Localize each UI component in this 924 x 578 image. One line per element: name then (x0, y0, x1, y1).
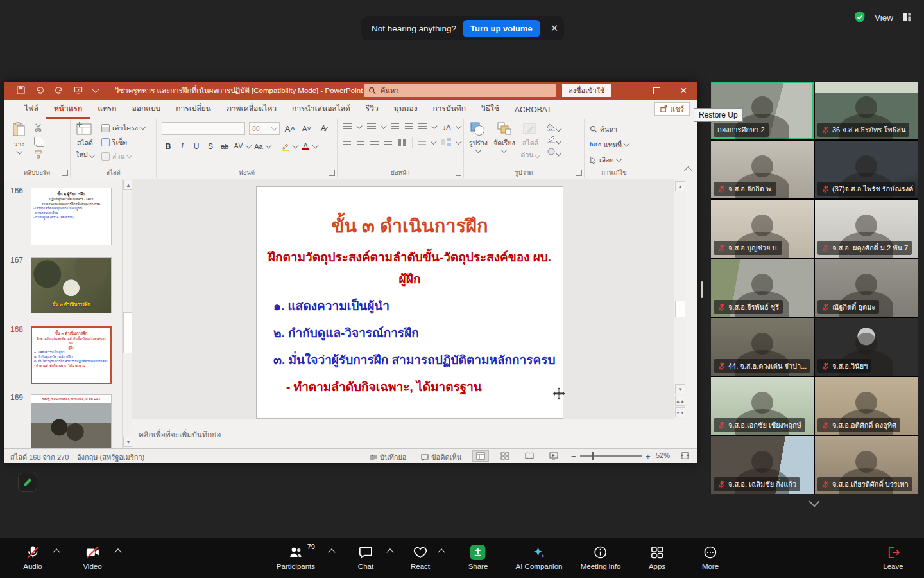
decrease-indent-icon[interactable] (391, 123, 399, 131)
participant-video[interactable]: 44. จ.ส.อ.ดวงเด่น จำปา... (711, 318, 814, 376)
thumbnail-slide-168[interactable]: ขั้น ๓ ดำเนินการฝึก ฝึกตามวัตถุประสงค์ตา… (31, 326, 112, 384)
paste-button[interactable]: วาง (13, 122, 26, 153)
notes-pane[interactable]: คลิกเพื่อที่จะเพิ่มบันทึกย่อ (132, 419, 684, 449)
arrange-button[interactable]: จัดเรียง (493, 122, 515, 152)
shape-fill-icon[interactable] (547, 123, 561, 132)
font-size-select[interactable]: 80 (249, 122, 280, 135)
participant-video[interactable]: (37)จ.ส.อ.ไพรัช รักษ์ณรงค์ (815, 141, 918, 198)
react-button[interactable]: React (407, 544, 434, 571)
video-options-caret[interactable] (112, 547, 122, 556)
thumbnail-slide-169[interactable]: รอบรู้, ซ่อมบกพร่อง, ช่วยเหลือ, ที่-ชม ๑… (31, 394, 112, 448)
new-slide-button[interactable]: สไลด์ ใหม่ (76, 122, 94, 161)
chat-options-caret[interactable] (384, 547, 394, 556)
participant-video[interactable]: จ.ส.อ.วินัยฯ (815, 318, 918, 376)
tab-review[interactable]: รีวิว (358, 98, 386, 119)
reading-view-button[interactable] (521, 450, 538, 462)
redo-icon[interactable] (55, 86, 64, 96)
participant-video[interactable]: จ.ส.อ.เกียรติศักดิ์ บรรเทา (815, 436, 918, 494)
italic-button[interactable]: I (176, 140, 189, 152)
normal-view-button[interactable] (472, 450, 489, 462)
thumb-scroll-up-icon[interactable]: ▲ (123, 180, 133, 190)
character-spacing-button[interactable]: AV (232, 140, 245, 152)
slideshow-icon[interactable] (74, 86, 83, 96)
quick-access-caret-icon[interactable] (92, 85, 99, 92)
tab-home[interactable]: หน้าแรก (46, 98, 90, 119)
ppt-search-box[interactable] (364, 84, 556, 97)
shadow-button[interactable]: S (204, 140, 217, 152)
format-painter-icon[interactable] (34, 150, 42, 160)
increase-font-icon[interactable]: A˄ (284, 123, 296, 135)
zoom-out-button[interactable]: − (571, 451, 576, 461)
comments-toggle[interactable]: ข้อคิดเห็น (421, 451, 461, 463)
shape-effects-icon[interactable] (547, 148, 561, 157)
security-shield-icon[interactable] (853, 10, 867, 24)
audio-options-caret[interactable] (50, 547, 60, 556)
bold-button[interactable]: B (162, 140, 175, 152)
sign-in-button[interactable]: ลงชื่อเข้าใช้ (562, 84, 611, 97)
zoom-in-button[interactable]: + (646, 451, 651, 461)
tab-acrobat[interactable]: ACROBAT (507, 101, 559, 119)
align-text-icon[interactable] (418, 139, 426, 146)
shapes-button[interactable]: รูปร่าง (469, 122, 488, 152)
section-button[interactable]: ส่วน (101, 150, 145, 162)
view-button[interactable]: View (875, 13, 893, 22)
video-button[interactable]: Video (79, 544, 105, 571)
canvas-scroll-up-icon[interactable]: ▲ (675, 181, 685, 191)
participant-video[interactable]: จ.ส.อ.จีรพันธ์ ชุรี (711, 259, 814, 317)
replace-button[interactable]: b↺cแทนที่ (590, 139, 629, 150)
collapse-ribbon-icon[interactable] (684, 166, 692, 175)
highlight-color-icon[interactable] (279, 140, 292, 152)
zoom-percentage[interactable]: 52% (656, 451, 670, 459)
canvas-scrollbar[interactable] (675, 301, 685, 317)
numbering-icon[interactable] (367, 123, 376, 131)
tab-help[interactable]: วิธีใช้ (474, 98, 507, 119)
slideshow-view-button[interactable] (545, 450, 562, 462)
participant-video[interactable]: จ.ส.อ. ผดุงศักดิ์ ม.2 พัน.7 (815, 200, 918, 258)
cut-icon[interactable] (34, 123, 42, 133)
font-color-icon[interactable]: A (299, 140, 312, 152)
copy-icon[interactable] (34, 137, 42, 146)
next-slide-icon[interactable]: ▼▼ (675, 407, 685, 417)
align-left-icon[interactable] (343, 139, 351, 146)
text-direction-icon[interactable]: ↓A (443, 123, 451, 131)
participant-video[interactable]: จ.ส.อ.เอกชัย เชียงพฤกษ์ (711, 377, 814, 435)
smartart-convert-icon[interactable] (441, 138, 451, 147)
tab-animations[interactable]: ภาพเคลื่อนไหว (219, 98, 284, 119)
underline-button[interactable]: U (190, 140, 203, 152)
quick-styles-button[interactable]: สไตล์ ด่วน (521, 122, 540, 161)
bullets-icon[interactable] (343, 123, 352, 131)
turn-up-volume-button[interactable]: Turn up volume (463, 20, 540, 37)
participants-button[interactable]: 79 Participants (273, 544, 319, 571)
find-button[interactable]: ค้นหา (590, 123, 629, 135)
canvas-scroll-down-icon[interactable]: ▼ (675, 384, 685, 394)
select-button[interactable]: เลือก (590, 154, 629, 166)
clipboard-dialog-launcher[interactable] (62, 170, 68, 176)
close-button[interactable]: ✕ (669, 82, 697, 100)
apps-button[interactable]: Apps (645, 544, 669, 571)
change-case-button[interactable]: Aa (252, 140, 265, 152)
drawing-dialog-launcher[interactable] (576, 170, 582, 176)
thumbnail-slide-166[interactable]: ขั้น ๒ ผู้รับการฝึก ปฏิบัติทุกหน้าที่ของ… (31, 188, 112, 245)
ppt-share-button[interactable]: แชร์ (654, 102, 690, 116)
shape-outline-icon[interactable] (547, 136, 561, 144)
participant-video[interactable]: จ.ส.อ. เฉลิมชัย กิ่งแก้ว (711, 436, 814, 494)
font-dialog-launcher[interactable] (329, 170, 335, 176)
annotation-pencil-button[interactable] (18, 473, 37, 492)
tab-view[interactable]: มุมมอง (386, 98, 425, 119)
thumbnail-slide-167[interactable]: ขั้น ๓ ดำเนินการฝึก (31, 257, 112, 313)
participant-video[interactable]: จ.ส.อ.บุญช่วย บ. (711, 200, 814, 258)
chat-button[interactable]: Chat (354, 544, 377, 571)
share-button[interactable]: Share (465, 544, 492, 571)
collapse-videos-chevron-icon[interactable] (802, 495, 826, 509)
layout-button[interactable]: เค้าโครง (101, 122, 145, 134)
align-right-icon[interactable] (370, 139, 379, 146)
clear-formatting-icon[interactable]: A̷ (317, 123, 330, 135)
line-spacing-icon[interactable] (418, 123, 427, 131)
react-options-caret[interactable] (435, 547, 445, 556)
gallery-view-icon[interactable] (901, 12, 912, 23)
slide-sorter-view-button[interactable] (497, 450, 513, 462)
participants-options-caret[interactable] (325, 547, 336, 556)
save-icon[interactable] (17, 86, 25, 96)
more-button[interactable]: More (698, 544, 723, 571)
minimize-button[interactable] (611, 82, 639, 100)
